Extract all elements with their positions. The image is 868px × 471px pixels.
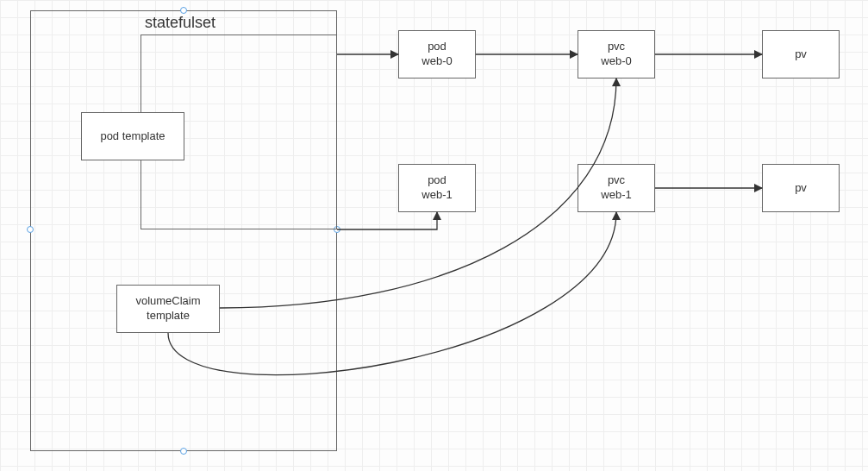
- pvc-web-1-l1: pvc: [608, 173, 625, 188]
- selection-handle[interactable]: [180, 448, 187, 455]
- volumeclaim-template-label-l2: template: [147, 309, 190, 323]
- pv-1-node[interactable]: pv: [762, 164, 840, 212]
- pod-web-0-node[interactable]: pod web-0: [398, 30, 476, 78]
- pvc-web-0-l1: pvc: [608, 40, 625, 54]
- pod-web-1-l1: pod: [428, 173, 446, 188]
- statefulset-title: statefulset: [145, 14, 215, 32]
- pvc-web-1-node[interactable]: pvc web-1: [578, 164, 655, 212]
- pod-web-1-l2: web-1: [422, 188, 452, 203]
- pvc-web-1-l2: web-1: [601, 188, 631, 203]
- selection-handle[interactable]: [27, 226, 34, 233]
- pod-template-node[interactable]: pod template: [81, 112, 184, 160]
- pv-0-label: pv: [795, 47, 807, 62]
- pv-0-node[interactable]: pv: [762, 30, 840, 78]
- pv-1-label: pv: [795, 181, 807, 196]
- pod-web-0-l2: web-0: [422, 54, 452, 69]
- pvc-web-0-node[interactable]: pvc web-0: [578, 30, 655, 78]
- volumeclaim-template-node[interactable]: volumeClaim template: [116, 285, 220, 333]
- pod-web-1-node[interactable]: pod web-1: [398, 164, 476, 212]
- selection-handle[interactable]: [180, 7, 187, 14]
- pod-template-label: pod template: [100, 129, 165, 144]
- pod-web-0-l1: pod: [428, 40, 446, 54]
- pvc-web-0-l2: web-0: [601, 54, 631, 69]
- volumeclaim-template-label-l1: volumeClaim: [135, 294, 200, 309]
